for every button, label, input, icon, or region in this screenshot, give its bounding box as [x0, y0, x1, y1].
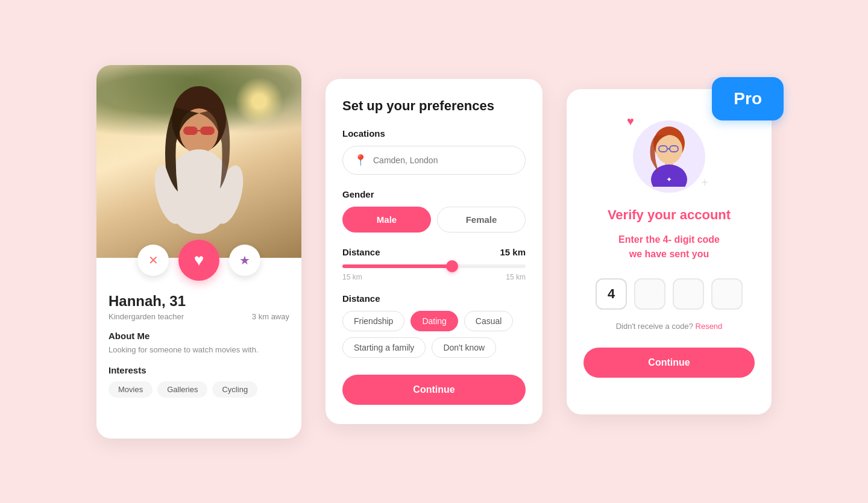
resend-text: Didn't receive a code?: [616, 322, 693, 331]
pro-badge: Pro: [712, 77, 784, 120]
distance-header: Distance 15 km: [342, 247, 526, 257]
location-icon: 📍: [354, 154, 367, 167]
verify-card: Pro ♥ ✦ +: [567, 89, 772, 414]
interest-cycling: Cycling: [212, 381, 257, 398]
profile-card: ✕ ♥ ★ Hannah, 31 Kindergarden teacher 3 …: [96, 65, 301, 439]
gender-toggle: Male Female: [342, 207, 526, 233]
tag-starting-family[interactable]: Starting a family: [342, 337, 426, 358]
code-digit-4[interactable]: [711, 278, 743, 310]
slider-max: 15 km: [506, 273, 526, 281]
profile-job: Kindergarden teacher: [108, 312, 184, 321]
profile-meta: Kindergarden teacher 3 km away: [108, 312, 289, 321]
plus-decoration-icon: +: [701, 176, 708, 190]
gender-male-button[interactable]: Male: [342, 207, 431, 233]
person-silhouette: [151, 83, 247, 258]
profile-distance: 3 km away: [252, 312, 289, 321]
distance-label: Distance: [342, 247, 380, 257]
preferences-title: Set up your preferences: [342, 98, 526, 114]
interests-title: Interests: [108, 365, 289, 375]
verify-title: Verify your account: [583, 207, 755, 223]
code-digit-3[interactable]: [673, 278, 704, 310]
location-input-wrap[interactable]: 📍: [342, 146, 526, 175]
tag-dating[interactable]: Dating: [410, 311, 458, 331]
about-title: About Me: [108, 331, 289, 341]
avatar-section: ♥ ✦ +: [583, 120, 755, 193]
tag-friendship[interactable]: Friendship: [342, 311, 404, 331]
preferences-continue-button[interactable]: Continue: [342, 375, 526, 405]
tag-casual[interactable]: Casual: [464, 311, 514, 331]
preferences-card: Set up your preferences Locations 📍 Gend…: [326, 79, 542, 424]
profile-photo: [96, 65, 301, 258]
svg-rect-3: [200, 127, 215, 135]
verify-subtitle: Enter the 4- digit codewe have sent you: [583, 233, 755, 261]
interest-movies: Movies: [108, 381, 153, 398]
heart-decoration-icon: ♥: [627, 114, 634, 128]
code-digit-2[interactable]: [634, 278, 665, 310]
profile-name: Hannah, 31: [108, 293, 289, 310]
action-buttons: ✕ ♥ ★: [96, 240, 301, 281]
slider-thumb: [446, 260, 458, 272]
slider-min: 15 km: [342, 273, 362, 281]
location-input[interactable]: [373, 155, 514, 165]
slider-fill: [342, 264, 452, 268]
verify-continue-button[interactable]: Continue: [583, 348, 755, 378]
location-label: Locations: [342, 128, 526, 139]
gender-female-button[interactable]: Female: [437, 207, 526, 233]
distance-type-tags: Friendship Dating Casual Starting a fami…: [342, 311, 526, 358]
svg-text:✦: ✦: [666, 175, 672, 184]
code-digit-1[interactable]: [596, 278, 627, 310]
avatar-illustration: ✦: [642, 127, 696, 187]
distance-value: 15 km: [500, 247, 526, 257]
dislike-button[interactable]: ✕: [137, 245, 169, 276]
gender-label: Gender: [342, 189, 526, 199]
distance-slider[interactable]: [342, 264, 526, 268]
avatar-circle: ♥ ✦ +: [633, 120, 705, 193]
resend-row: Didn't receive a code? Resend: [583, 322, 755, 331]
about-text: Looking for someone to watch movies with…: [108, 345, 289, 355]
heart-icon: ♥: [194, 251, 204, 270]
superlike-button[interactable]: ★: [229, 245, 260, 276]
interest-galleries: Galleries: [157, 381, 207, 398]
tag-dont-know[interactable]: Don't know: [432, 337, 496, 358]
resend-link[interactable]: Resend: [696, 322, 723, 331]
sun-glow: [235, 77, 283, 125]
distance-type-label: Distance: [342, 293, 526, 304]
code-inputs: [583, 278, 755, 310]
like-button[interactable]: ♥: [178, 240, 219, 281]
interests-list: Movies Galleries Cycling: [108, 381, 289, 398]
profile-info: Hannah, 31 Kindergarden teacher 3 km awa…: [96, 281, 301, 407]
svg-rect-2: [183, 127, 198, 135]
slider-labels: 15 km 15 km: [342, 273, 526, 281]
